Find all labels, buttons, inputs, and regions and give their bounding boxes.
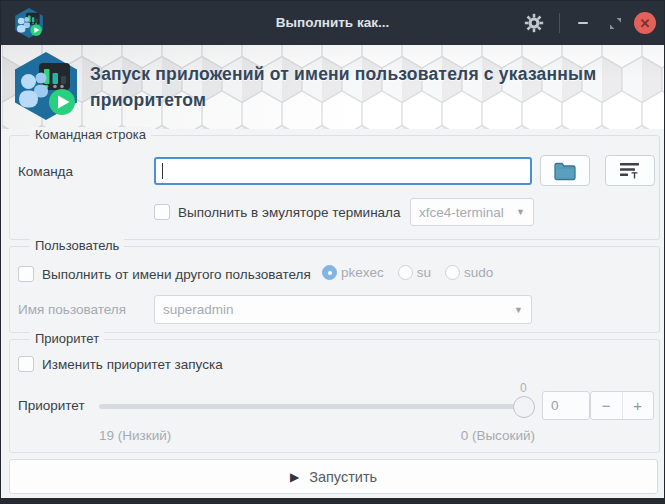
command-label: Команда — [18, 164, 73, 179]
command-frame: Командная строка Команда В — [9, 135, 660, 240]
command-history-icon — [619, 162, 641, 179]
other-user-checkbox[interactable] — [18, 266, 34, 282]
minimize-icon — [578, 22, 588, 24]
priority-low-label: 19 (Низкий) — [99, 428, 171, 443]
play-icon: ▶ — [290, 470, 299, 484]
browse-file-button[interactable] — [540, 155, 590, 186]
other-user-checkbox-label[interactable]: Выполнить от имени другого пользователя — [42, 267, 311, 282]
spin-minus-button[interactable]: − — [591, 392, 623, 419]
text-caret — [162, 163, 163, 179]
terminal-checkbox-label[interactable]: Выполнить в эмуляторе терминала — [178, 205, 400, 220]
close-button[interactable]: ✕ — [634, 12, 656, 34]
plus-icon: + — [633, 397, 642, 414]
minimize-button[interactable] — [570, 10, 596, 36]
change-priority-checkbox[interactable] — [18, 356, 34, 372]
dropdown-arrow-icon: ▼ — [514, 305, 523, 315]
radio-sudo[interactable]: sudo — [445, 265, 493, 280]
username-dropdown[interactable]: superadmin ▼ — [154, 295, 532, 324]
titlebar-separator — [559, 13, 560, 33]
dropdown-arrow-icon: ▼ — [516, 207, 525, 217]
window-bottom-edge — [1, 498, 664, 504]
close-icon: ✕ — [640, 17, 651, 30]
username-value: superadmin — [163, 302, 234, 317]
terminal-checkbox[interactable] — [154, 204, 170, 220]
radio-unselected-icon — [398, 265, 413, 280]
terminal-emulator-dropdown[interactable]: xfce4-terminal ▼ — [410, 198, 534, 226]
radio-selected-icon — [322, 265, 337, 280]
terminal-emulator-value: xfce4-terminal — [419, 205, 504, 220]
radio-pkexec[interactable]: pkexec — [322, 265, 384, 280]
titlebar-actions: ✕ — [523, 1, 656, 45]
user-frame: Пользователь Выполнить от имени другого … — [9, 246, 660, 333]
command-frame-legend: Командная строка — [30, 127, 151, 142]
change-priority-checkbox-label[interactable]: Изменить приоритет запуска — [42, 357, 223, 372]
priority-slider-track[interactable] — [99, 404, 535, 409]
priority-range-labels: 19 (Низкий) 0 (Высокий) — [99, 428, 535, 443]
settings-gear-icon[interactable] — [523, 12, 545, 34]
minus-icon: − — [602, 397, 611, 414]
user-frame-legend: Пользователь — [30, 238, 124, 253]
auth-method-radio-group: pkexec su sudo — [322, 265, 500, 280]
priority-slider-handle[interactable] — [513, 396, 535, 418]
priority-high-label: 0 (Высокий) — [461, 428, 535, 443]
folder-icon — [553, 161, 577, 181]
radio-su[interactable]: su — [398, 265, 431, 280]
username-label: Имя поьзователя — [18, 302, 126, 317]
radio-unselected-icon — [445, 265, 460, 280]
header-banner: Запуск приложений от имени пользователя … — [2, 45, 665, 129]
spin-plus-button[interactable]: + — [623, 392, 654, 419]
command-input[interactable] — [154, 157, 532, 185]
slider-value-label: 0 — [520, 381, 527, 395]
priority-spin-buttons: − + — [590, 391, 654, 420]
recent-commands-button[interactable] — [605, 155, 655, 186]
titlebar[interactable]: Выполнить как... — [1, 1, 664, 45]
maximize-button[interactable] — [602, 10, 628, 36]
app-large-icon — [10, 50, 82, 122]
maximize-icon — [610, 18, 621, 29]
page-title: Запуск приложений от имени пользователя … — [90, 61, 635, 113]
run-button[interactable]: ▶ Запустить — [9, 459, 658, 494]
run-as-window: Выполнить как... — [0, 0, 665, 504]
run-button-label: Запустить — [309, 469, 377, 485]
priority-frame: Приоритет Изменить приоритет запуска При… — [9, 339, 660, 453]
priority-frame-legend: Приоритет — [30, 331, 104, 346]
priority-spin-value[interactable]: 0 — [542, 391, 590, 420]
priority-label: Приоритет — [18, 398, 85, 413]
